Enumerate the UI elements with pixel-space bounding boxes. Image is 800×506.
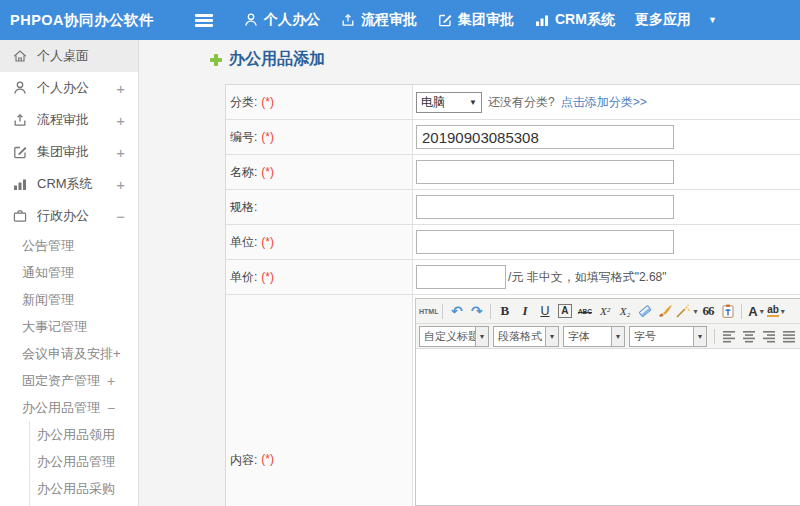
sidebar-item-meeting-mgmt[interactable]: 会议申请及安排+ [0,340,138,367]
toolbar-separator [442,304,443,319]
eraser-button[interactable] [635,301,654,321]
supplies-add-form: 分类: (*) 电脑 ▼ 还没有分类? 点击添加分类>> 编号: (*) [225,84,800,506]
sidebar-item-label: 公告管理 [22,237,74,255]
add-category-link[interactable]: 点击添加分类>> [561,94,647,111]
sidebar-item-crm[interactable]: CRM系统 + [0,168,138,200]
sidebar-item-supplies-purchase[interactable]: 办公用品采购 [30,475,138,502]
code-input[interactable] [416,125,674,149]
sidebar-item-group-approval[interactable]: 集团审批 + [0,136,138,168]
expand-plus-icon[interactable]: + [116,144,125,161]
sidebar-item-supplies-receive[interactable]: 办公用品领用 [30,421,138,448]
magic-wand-icon [675,303,691,319]
form-row-spec: 规格: [226,190,800,225]
flow-icon [340,12,356,28]
collapse-minus-icon[interactable]: − [116,208,125,225]
nav-personal-office[interactable]: 个人办公 [243,11,320,29]
blockquote-button[interactable]: 66 [698,301,717,321]
sidebar-item-fixed-assets-mgmt[interactable]: 固定资产管理 + [0,367,138,394]
align-left-button[interactable] [719,326,738,346]
paste-text-button[interactable] [718,301,737,321]
align-center-button[interactable] [739,326,758,346]
sidebar-item-notice-mgmt[interactable]: 通知管理 [0,259,138,286]
caret-small-icon: ▾ [693,307,697,316]
font-color-dropdown[interactable]: A ▾ [746,301,765,321]
nav-more-apps[interactable]: 更多应用 ▼ [635,11,717,29]
hamburger-icon[interactable] [195,14,213,27]
price-input[interactable] [416,265,506,289]
expand-plus-icon[interactable]: + [107,373,115,389]
price-suffix: /元 非中文，如填写格式"2.68" [508,269,667,286]
underline-button[interactable]: U [535,301,554,321]
nav-label: CRM系统 [555,11,615,29]
required-mark: (*) [261,452,274,466]
font-style-button[interactable]: A [555,301,574,321]
sidebar-item-flow-approval[interactable]: 流程审批 + [0,104,138,136]
field-label-cell: 规格: [226,190,413,224]
sidebar-item-announcement-mgmt[interactable]: 公告管理 [0,232,138,259]
italic-button[interactable]: I [515,301,534,321]
sidebar-item-supplies-manage[interactable]: 办公用品管理 [30,448,138,475]
html-source-button[interactable]: HTML [419,301,438,321]
top-nav: 个人办公 流程审批 集团审批 CRM系统 更多应用 ▼ [243,11,717,29]
strikethrough-button[interactable]: ABC [575,301,594,321]
sidebar-item-label: 办公用品领用 [37,426,115,444]
category-select[interactable]: 电脑 ▼ [416,92,482,113]
sidebar-item-label: 会议申请及安排+ [22,345,121,363]
font-family-select[interactable]: 字体 ▾ [563,326,625,347]
superscript-button[interactable]: X² [595,301,614,321]
field-label-cell: 内容: (*) [226,295,413,506]
field-label: 单位: [230,234,257,251]
sidebar-item-office-supplies-mgmt[interactable]: 办公用品管理 − [0,394,138,421]
bold-button[interactable]: B [495,301,514,321]
undo-button[interactable]: ↶ [447,301,466,321]
nav-flow-approval[interactable]: 流程审批 [340,11,417,29]
expand-plus-icon[interactable]: + [116,80,125,97]
spec-input[interactable] [416,195,674,219]
form-row-price: 单价: (*) /元 非中文，如填写格式"2.68" [226,260,800,295]
caret-down-icon: ▼ [708,16,717,25]
caret-down-icon: ▼ [469,98,477,107]
name-input[interactable] [416,160,674,184]
subscript-button[interactable]: X₂ [615,301,634,321]
edit-icon [437,12,453,28]
redo-button[interactable]: ↷ [467,301,486,321]
category-select-value: 电脑 [421,94,445,111]
expand-plus-icon[interactable]: + [116,112,125,129]
select-value: 自定义标题 [420,327,475,346]
field-value-cell [413,120,800,154]
quick-format-dropdown[interactable]: ▾ [675,301,697,321]
editor-content-area[interactable] [416,349,800,505]
field-label: 分类: [230,94,257,111]
nav-label: 个人办公 [264,11,320,29]
sidebar-item-personal-desktop[interactable]: 个人桌面 [0,40,138,72]
nav-crm-system[interactable]: CRM系统 [534,11,615,29]
sidebar-item-news-mgmt[interactable]: 新闻管理 [0,286,138,313]
select-value: 段落格式 [494,327,545,346]
expand-plus-icon[interactable]: + [116,176,125,193]
sidebar-item-admin-office[interactable]: 行政办公 − [0,200,138,232]
sidebar-item-personal-office[interactable]: 个人办公 + [0,72,138,104]
custom-heading-select[interactable]: 自定义标题 ▾ [419,326,489,347]
page-title: 办公用品添加 [210,49,325,70]
sidebar-item-label: 新闻管理 [22,291,74,309]
field-value-cell: /元 非中文，如填写格式"2.68" [413,260,800,294]
select-value: 字体 [564,327,611,346]
align-justify-button[interactable] [779,326,798,346]
nav-label: 集团审批 [458,11,514,29]
required-mark: (*) [261,270,274,284]
brush-icon [657,303,673,319]
collapse-minus-icon[interactable]: − [107,400,115,416]
person-icon [12,80,28,96]
sidebar-item-memorabilia-mgmt[interactable]: 大事记管理 [0,313,138,340]
highlight-color-dropdown[interactable]: ab ▾ [766,301,785,321]
paragraph-format-select[interactable]: 段落格式 ▾ [493,326,559,347]
chart-icon [12,176,28,192]
font-box-icon: A [558,304,571,318]
format-brush-button[interactable] [655,301,674,321]
unit-input[interactable] [416,230,674,254]
add-plus-icon [210,54,222,66]
font-size-select[interactable]: 字号 ▾ [629,326,707,347]
align-right-button[interactable] [759,326,778,346]
nav-group-approval[interactable]: 集团审批 [437,11,514,29]
flow-icon [12,112,28,128]
